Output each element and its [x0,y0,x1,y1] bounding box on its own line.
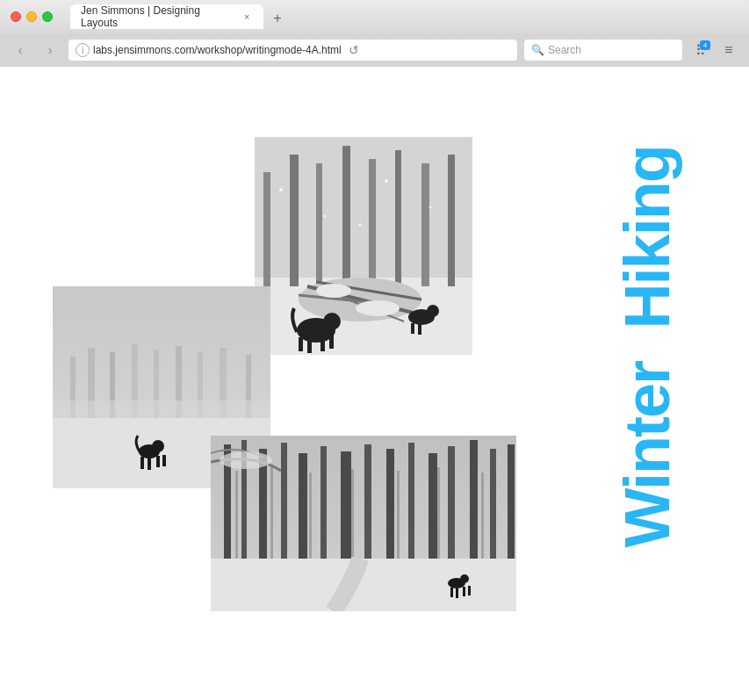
svg-rect-3 [290,155,299,286]
svg-rect-80 [450,588,453,597]
close-button[interactable] [11,11,21,22]
svg-rect-7 [395,150,401,286]
svg-point-79 [460,574,469,583]
refresh-button[interactable]: ↺ [349,43,359,57]
svg-rect-49 [162,455,166,466]
svg-point-18 [323,313,341,330]
menu-icon: ≡ [724,42,732,58]
photo-3 [211,436,516,611]
svg-rect-82 [463,587,465,596]
page-title: Winter Hiking [616,146,679,547]
svg-rect-6 [369,159,376,286]
active-tab[interactable]: Jen Simmons | Designing Layouts × [70,4,263,29]
svg-rect-81 [456,588,458,598]
title-bar: Jen Simmons | Designing Layouts × + [0,0,749,33]
address-bar-row: ‹ › i labs.jensimmons.com/workshop/writi… [0,33,749,67]
svg-rect-4 [316,163,322,286]
svg-rect-26 [418,324,421,335]
svg-rect-9 [448,155,455,286]
svg-rect-20 [307,339,312,353]
svg-point-30 [429,206,432,209]
back-button[interactable]: ‹ [9,39,32,61]
svg-point-28 [324,215,327,218]
minimize-button[interactable] [26,11,37,22]
extensions-badge: 4 [700,40,710,50]
browser-window: Jen Simmons | Designing Layouts × + ‹ › … [0,0,749,700]
menu-button[interactable]: ≡ [717,39,740,61]
page-content: Winter Hiking My dog likes hiking in the… [0,67,749,700]
svg-rect-8 [421,163,429,286]
title-line1: Winter [612,362,682,547]
photos-area [53,137,544,620]
svg-rect-22 [329,336,334,349]
url-text: labs.jensimmons.com/workshop/writingmode… [93,44,342,56]
forward-button[interactable]: › [39,39,61,61]
svg-point-29 [385,179,388,183]
svg-rect-83 [468,586,471,595]
toolbar-right: ⠿ 4 ≡ [689,39,740,61]
svg-point-27 [279,188,283,191]
security-icon: i [76,43,90,57]
title-line2: Hiking [616,146,679,328]
svg-rect-5 [342,146,350,286]
traffic-lights [11,11,53,22]
photo-1 [255,137,472,355]
svg-rect-21 [320,337,325,351]
svg-rect-2 [263,172,270,286]
svg-point-84 [220,451,272,469]
page-inner: Winter Hiking My dog likes hiking in the… [0,102,749,700]
extensions-button[interactable]: ⠿ 4 [689,39,712,61]
new-tab-button[interactable]: + [267,8,288,29]
search-placeholder: Search [548,44,581,56]
tab-close-button[interactable]: × [241,11,253,23]
svg-rect-25 [411,323,414,334]
svg-point-15 [316,284,351,298]
svg-point-16 [356,300,400,316]
tabs-area: Jen Simmons | Designing Layouts × + [70,4,738,29]
address-bar[interactable]: i labs.jensimmons.com/workshop/writingmo… [68,40,517,61]
svg-point-24 [427,305,439,317]
maximize-button[interactable] [42,11,53,22]
svg-point-31 [358,223,362,227]
svg-rect-19 [299,337,303,351]
svg-rect-46 [140,457,144,469]
svg-rect-48 [156,456,160,467]
svg-rect-47 [148,458,151,470]
search-bar[interactable]: 🔍 Search [524,40,682,61]
svg-point-45 [152,440,164,452]
search-icon: 🔍 [531,44,544,56]
tab-title: Jen Simmons | Designing Layouts [81,4,235,29]
